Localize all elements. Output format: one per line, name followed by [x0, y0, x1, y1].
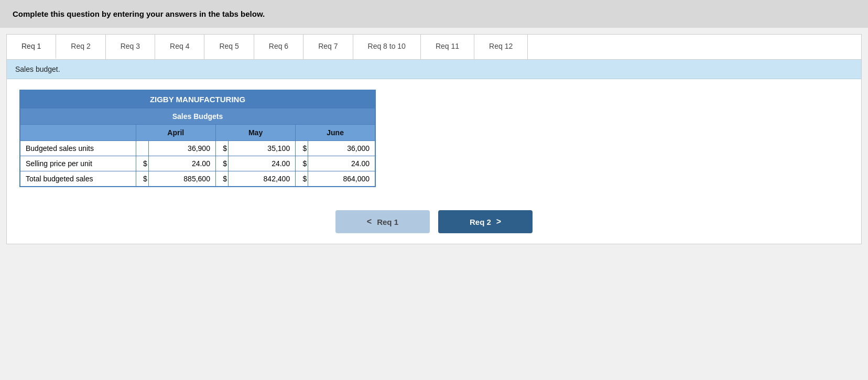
june-sign-0: $	[296, 141, 308, 156]
tab-req6[interactable]: Req 6	[254, 35, 303, 59]
may-sign-0: $	[215, 141, 228, 156]
col-header-label	[20, 125, 136, 141]
april-value-2: 885,600	[148, 171, 215, 187]
section-header: Sales budget.	[7, 60, 861, 79]
april-sign-1: $	[136, 156, 148, 171]
table-title: Sales Budgets	[20, 108, 375, 125]
row-label-2: Total budgeted sales	[20, 171, 136, 187]
col-header-may: May	[215, 125, 295, 141]
row-label-1: Selling price per unit	[20, 156, 136, 171]
june-value-1: 24.00	[308, 156, 375, 171]
june-value-2: 864,000	[308, 171, 375, 187]
tab-req7[interactable]: Req 7	[303, 35, 353, 59]
table-row: Budgeted sales units 36,900 $ 35,100 $ 3…	[20, 141, 375, 156]
june-sign-1: $	[296, 156, 308, 171]
page-container: Complete this question by entering your …	[0, 0, 868, 380]
col-header-row: April May June	[20, 125, 375, 141]
nav-buttons: < Req 1 Req 2 >	[7, 198, 861, 244]
june-sign-2: $	[296, 171, 308, 187]
may-sign-1: $	[215, 156, 228, 171]
may-value-1: 24.00	[229, 156, 296, 171]
june-value-0: 36,000	[308, 141, 375, 156]
tab-req4[interactable]: Req 4	[155, 35, 204, 59]
tab-req11[interactable]: Req 11	[421, 35, 474, 59]
table-section: ZIGBY MANUFACTURING Sales Budgets April …	[7, 79, 861, 198]
april-sign-0	[136, 141, 148, 156]
col-header-april: April	[136, 125, 215, 141]
tab-req5[interactable]: Req 5	[204, 35, 254, 59]
next-arrow: >	[496, 217, 501, 226]
company-name: ZIGBY MANUFACTURING	[20, 90, 375, 108]
april-sign-2: $	[136, 171, 148, 187]
prev-label: Req 1	[377, 218, 398, 226]
col-header-june: June	[296, 125, 375, 141]
table-subtitle-row: Sales Budgets	[20, 108, 375, 125]
next-label: Req 2	[470, 218, 491, 226]
table-title-row: ZIGBY MANUFACTURING	[20, 90, 375, 108]
tab-req8to10[interactable]: Req 8 to 10	[353, 35, 421, 59]
april-value-1: 24.00	[148, 156, 215, 171]
table-row: Total budgeted sales $ 885,600 $ 842,400…	[20, 171, 375, 187]
instruction-text: Complete this question by entering your …	[13, 9, 265, 18]
content-area: Sales budget. ZIGBY MANUFACTURING Sales …	[6, 60, 862, 244]
next-button[interactable]: Req 2 >	[438, 210, 533, 233]
may-value-0: 35,100	[229, 141, 296, 156]
instruction-bar: Complete this question by entering your …	[0, 0, 868, 28]
table-row: Selling price per unit $ 24.00 $ 24.00 $…	[20, 156, 375, 171]
may-sign-2: $	[215, 171, 228, 187]
tab-req2[interactable]: Req 2	[56, 35, 105, 59]
row-label-0: Budgeted sales units	[20, 141, 136, 156]
tab-req12[interactable]: Req 12	[474, 35, 528, 59]
section-label: Sales budget.	[15, 65, 60, 73]
prev-button[interactable]: < Req 1	[335, 210, 430, 233]
tabs-container: Req 1Req 2Req 3Req 4Req 5Req 6Req 7Req 8…	[6, 34, 862, 60]
tab-req1[interactable]: Req 1	[7, 35, 56, 59]
tab-req3[interactable]: Req 3	[106, 35, 155, 59]
budget-table: ZIGBY MANUFACTURING Sales Budgets April …	[19, 90, 376, 187]
prev-arrow: <	[367, 217, 372, 226]
may-value-2: 842,400	[229, 171, 296, 187]
april-value-0: 36,900	[148, 141, 215, 156]
